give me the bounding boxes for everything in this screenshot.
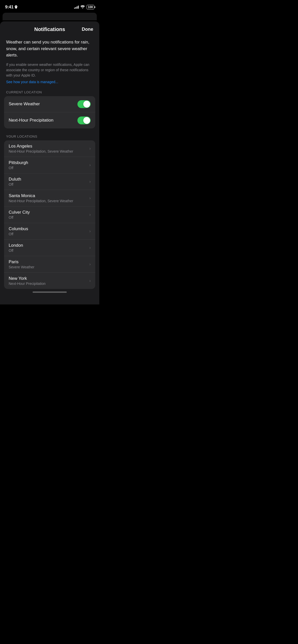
location-name: Culver City bbox=[9, 210, 87, 215]
data-management-link[interactable]: See how your data is managed... bbox=[6, 80, 58, 84]
location-status: Severe Weather bbox=[9, 265, 87, 269]
current-location-label: CURRENT LOCATION bbox=[0, 90, 99, 94]
location-status: Off bbox=[9, 166, 87, 170]
list-item[interactable]: Pittsburgh Off › bbox=[4, 157, 95, 173]
chevron-right-icon: › bbox=[89, 179, 91, 184]
location-status: Next-Hour Precipitation, Severe Weather bbox=[9, 149, 87, 153]
severe-weather-toggle[interactable] bbox=[77, 100, 91, 108]
location-status: Off bbox=[9, 215, 87, 219]
location-icon bbox=[15, 5, 17, 9]
location-name: Santa Monica bbox=[9, 193, 87, 198]
location-status: Next-Hour Precipitation bbox=[9, 282, 87, 286]
location-status: Off bbox=[9, 248, 87, 253]
sub-description: If you enable severe weather notificatio… bbox=[6, 62, 93, 78]
location-status: Off bbox=[9, 232, 87, 236]
precipitation-label: Next-Hour Precipitation bbox=[9, 118, 53, 123]
location-name: Los Angeles bbox=[9, 144, 87, 149]
notifications-sheet: Notifications Done Weather can send you … bbox=[0, 21, 99, 304]
chevron-right-icon: › bbox=[89, 262, 91, 267]
list-item[interactable]: London Off › bbox=[4, 239, 95, 256]
location-name: London bbox=[9, 243, 87, 248]
toggle-thumb-2 bbox=[83, 117, 90, 124]
severe-weather-label: Severe Weather bbox=[9, 101, 40, 107]
chevron-right-icon: › bbox=[89, 279, 91, 283]
current-location-card: Severe Weather Next-Hour Precipitation bbox=[4, 96, 95, 128]
location-status: Off bbox=[9, 182, 87, 186]
severe-weather-toggle-row: Severe Weather bbox=[4, 96, 95, 112]
list-item[interactable]: New York Next-Hour Precipitation › bbox=[4, 272, 95, 289]
wifi-icon bbox=[80, 5, 85, 9]
home-bar bbox=[33, 291, 67, 293]
sheet-header: Notifications Done bbox=[0, 21, 99, 36]
location-name: New York bbox=[9, 276, 87, 281]
status-time: 9:41 bbox=[5, 5, 17, 10]
location-name: Pittsburgh bbox=[9, 160, 87, 165]
your-locations-section: YOUR LOCATIONS Los Angeles Next-Hour Pre… bbox=[0, 135, 99, 289]
list-item[interactable]: Culver City Off › bbox=[4, 206, 95, 223]
locations-list: Los Angeles Next-Hour Precipitation, Sev… bbox=[4, 140, 95, 289]
list-item[interactable]: Columbus Off › bbox=[4, 223, 95, 239]
location-status: Next-Hour Precipitation, Severe Weather bbox=[9, 199, 87, 203]
chevron-right-icon: › bbox=[89, 146, 91, 151]
list-item[interactable]: Paris Severe Weather › bbox=[4, 256, 95, 272]
precipitation-toggle[interactable] bbox=[77, 116, 91, 124]
status-indicators: 100 bbox=[74, 5, 94, 9]
precipitation-toggle-row: Next-Hour Precipitation bbox=[4, 112, 95, 128]
done-button[interactable]: Done bbox=[78, 27, 93, 32]
location-name: Duluth bbox=[9, 177, 87, 182]
chevron-right-icon: › bbox=[89, 196, 91, 200]
chevron-right-icon: › bbox=[89, 163, 91, 167]
home-indicator bbox=[0, 289, 99, 294]
main-description: Weather can send you notifications for r… bbox=[6, 39, 93, 58]
svg-point-0 bbox=[82, 8, 83, 8]
location-name: Paris bbox=[9, 259, 87, 265]
chevron-right-icon: › bbox=[89, 212, 91, 217]
chevron-right-icon: › bbox=[89, 229, 91, 233]
battery-icon: 100 bbox=[87, 5, 94, 9]
background-preview bbox=[3, 13, 97, 20]
location-name: Columbus bbox=[9, 226, 87, 231]
signal-icon bbox=[74, 6, 79, 9]
list-item[interactable]: Duluth Off › bbox=[4, 173, 95, 190]
list-item[interactable]: Santa Monica Next-Hour Precipitation, Se… bbox=[4, 190, 95, 206]
toggle-thumb bbox=[83, 101, 90, 108]
description-section: Weather can send you notifications for r… bbox=[0, 36, 99, 90]
list-item[interactable]: Los Angeles Next-Hour Precipitation, Sev… bbox=[4, 140, 95, 157]
sheet-title: Notifications bbox=[34, 26, 65, 32]
status-bar: 9:41 100 bbox=[0, 0, 99, 13]
chevron-right-icon: › bbox=[89, 245, 91, 250]
your-locations-label: YOUR LOCATIONS bbox=[0, 135, 99, 138]
